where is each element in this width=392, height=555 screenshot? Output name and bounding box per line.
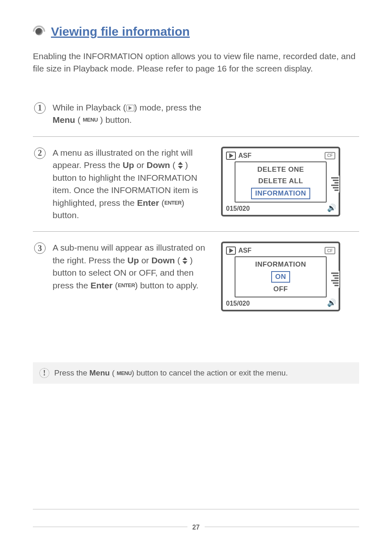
heading-row: Viewing file information [33,25,359,39]
menu-item-on: ON [272,272,290,282]
page-content: Viewing file information Enabling the IN… [33,25,359,509]
menu-icon: MENU [83,116,98,124]
enter-icon: ENTER [164,199,182,207]
speaker-icon: 🔊 [327,298,336,307]
playback-icon [226,152,236,160]
page-number: 27 [187,524,205,531]
speaker-icon: 🔊 [327,203,336,212]
step-number: 1 [33,101,47,115]
lcd-screen-2: ASF CF INFORMATION ON OFF 015/020 [221,242,340,311]
lcd1-title: ASF [238,152,251,159]
step-number: 3 [33,242,47,255]
lcd2-counter: 015/020 [226,300,250,307]
bullet-icon [33,25,45,38]
updown-icon [178,162,183,169]
step-number-label: 1 [34,102,46,114]
lcd-screen-1: ASF CF DELETE ONE DELETE ALL INFORMATION… [221,147,340,216]
enter-icon: ENTER [118,282,135,290]
playback-icon [226,246,236,255]
intro-text: Enabling the INFORMATION option allows y… [33,50,359,75]
cf-card-icon: CF [325,152,335,159]
lcd2-menu: INFORMATION ON OFF [235,256,327,297]
playback-icon [126,105,134,111]
updown-icon [182,257,187,264]
step-number: 2 [33,147,47,160]
step-1-text: While in Playback () mode, press the Men… [53,101,213,127]
lcd1-counter: 015/020 [226,205,250,212]
menu-item-delete-one: DELETE ONE [257,166,304,174]
scroll-indicator-icon [330,271,339,288]
note-text: Press the Menu ( MENU) button to cancel … [54,368,288,378]
menu-item-information: INFORMATION [252,189,309,198]
menu-header-information: INFORMATION [255,260,306,269]
step-3: 3 A sub-menu will appear as illustrated … [33,232,359,321]
lcd1-menu: DELETE ONE DELETE ALL INFORMATION [235,161,327,203]
step-3-text: A sub-menu will appear as illustrated on… [53,242,213,292]
menu-item-delete-all: DELETE ALL [258,177,303,185]
step-1: 1 While in Playback () mode, press the M… [33,92,359,137]
note-box: ! Press the Menu ( MENU) button to cance… [33,362,359,384]
step-2-text: A menu as illustrated on the right will … [53,147,213,222]
page-title: Viewing file information [51,25,190,39]
note-icon: ! [39,368,49,378]
menu-icon: MENU [117,370,131,376]
cf-card-icon: CF [325,247,335,254]
lcd2-title: ASF [238,247,251,254]
menu-item-off: OFF [273,285,288,293]
step-2: 2 A menu as illustrated on the right wil… [33,137,359,232]
manual-page: Viewing file information Enabling the IN… [0,0,392,555]
step-number-label: 3 [34,242,46,254]
step-number-label: 2 [34,147,46,159]
scroll-indicator-icon [330,176,339,193]
